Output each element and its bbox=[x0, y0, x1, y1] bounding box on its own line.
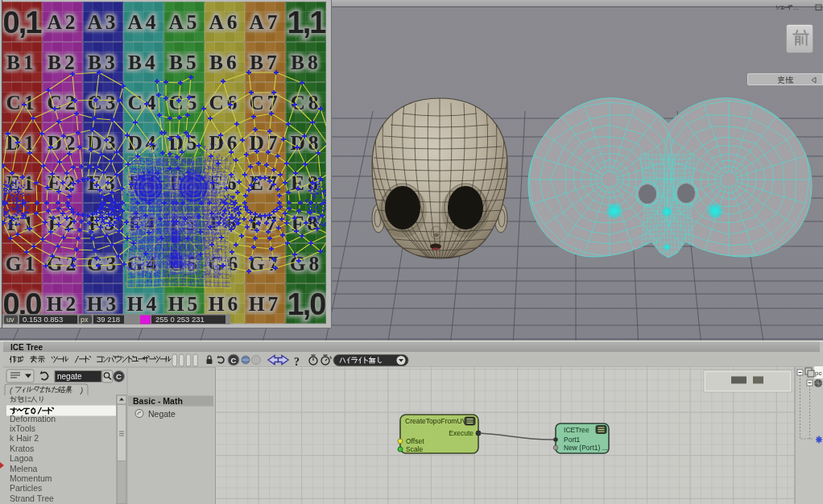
svg-text:B1: B1 bbox=[6, 51, 37, 74]
svg-text:C4: C4 bbox=[127, 91, 159, 114]
svg-text:C: C bbox=[231, 356, 237, 365]
svg-text:ICETree: ICETree bbox=[564, 426, 589, 434]
svg-text:Scale: Scale bbox=[406, 445, 424, 453]
svg-text:Negate: Negate bbox=[148, 409, 176, 419]
svg-text:New (Port1) ...: New (Port1) ... bbox=[564, 444, 608, 452]
svg-text:Basic - Math: Basic - Math bbox=[133, 396, 183, 406]
svg-text:H2: H2 bbox=[47, 292, 80, 316]
svg-text:A3: A3 bbox=[87, 10, 118, 34]
svg-text:uv: uv bbox=[6, 316, 14, 324]
svg-text:B5: B5 bbox=[169, 51, 200, 74]
svg-text:0,1: 0,1 bbox=[3, 6, 43, 39]
svg-text:39 218: 39 218 bbox=[97, 315, 120, 324]
svg-text:Offset: Offset bbox=[406, 437, 424, 445]
svg-text:C2: C2 bbox=[47, 91, 78, 114]
svg-text:Strand Tree: Strand Tree bbox=[10, 494, 54, 503]
svg-text:C5: C5 bbox=[168, 91, 200, 114]
svg-text:0.153 0.853: 0.153 0.853 bbox=[23, 315, 63, 324]
svg-text:Kratos: Kratos bbox=[10, 444, 34, 453]
svg-text:D1: D1 bbox=[6, 131, 37, 155]
svg-text:?: ? bbox=[294, 356, 300, 368]
svg-text:k Hair 2: k Hair 2 bbox=[10, 433, 39, 443]
svg-text:255 0 253 231: 255 0 253 231 bbox=[155, 315, 205, 324]
svg-text:H4: H4 bbox=[127, 292, 160, 316]
svg-text:A5: A5 bbox=[168, 10, 200, 34]
svg-text:ICE Tree: ICE Tree bbox=[10, 343, 43, 352]
svg-text:H3: H3 bbox=[87, 292, 120, 316]
svg-text:B8: B8 bbox=[291, 51, 321, 74]
svg-text:pc: pc bbox=[815, 370, 821, 377]
svg-text:ixTools: ixTools bbox=[10, 423, 35, 433]
svg-text:Execute: Execute bbox=[449, 429, 474, 437]
svg-text:B6: B6 bbox=[209, 51, 240, 74]
svg-text:A2: A2 bbox=[47, 10, 78, 34]
svg-text:Port1: Port1 bbox=[564, 436, 581, 444]
svg-text:B4: B4 bbox=[128, 51, 159, 74]
svg-text:H6: H6 bbox=[209, 292, 242, 316]
svg-text:C7: C7 bbox=[249, 91, 280, 114]
svg-text:px: px bbox=[81, 316, 89, 324]
svg-text:A4: A4 bbox=[127, 10, 159, 34]
svg-text:Particles: Particles bbox=[10, 483, 42, 493]
svg-text:A6: A6 bbox=[209, 10, 240, 34]
svg-text:H5: H5 bbox=[168, 292, 201, 316]
svg-text:G1: G1 bbox=[6, 252, 39, 275]
svg-text:CreateTopoFromUV: CreateTopoFromUV bbox=[405, 417, 467, 425]
svg-text:Melena: Melena bbox=[10, 464, 38, 473]
svg-text:C3: C3 bbox=[87, 91, 118, 114]
svg-text:B3: B3 bbox=[88, 51, 118, 74]
svg-text:Deformation: Deformation bbox=[10, 414, 56, 423]
svg-text:G7: G7 bbox=[249, 252, 282, 275]
svg-text:C1: C1 bbox=[6, 91, 37, 114]
svg-text:Momentum: Momentum bbox=[10, 473, 52, 483]
svg-text:negate: negate bbox=[57, 372, 82, 381]
svg-text:C: C bbox=[116, 372, 122, 381]
svg-text:B2: B2 bbox=[48, 51, 78, 74]
svg-text:A7: A7 bbox=[249, 10, 280, 34]
svg-text:H7: H7 bbox=[249, 292, 282, 316]
svg-text:1,0: 1,0 bbox=[287, 287, 326, 321]
svg-text:): ) bbox=[80, 386, 83, 395]
svg-text:1,1: 1,1 bbox=[287, 6, 327, 39]
svg-text:Lagoa: Lagoa bbox=[10, 453, 33, 463]
svg-text:G3: G3 bbox=[87, 252, 120, 275]
